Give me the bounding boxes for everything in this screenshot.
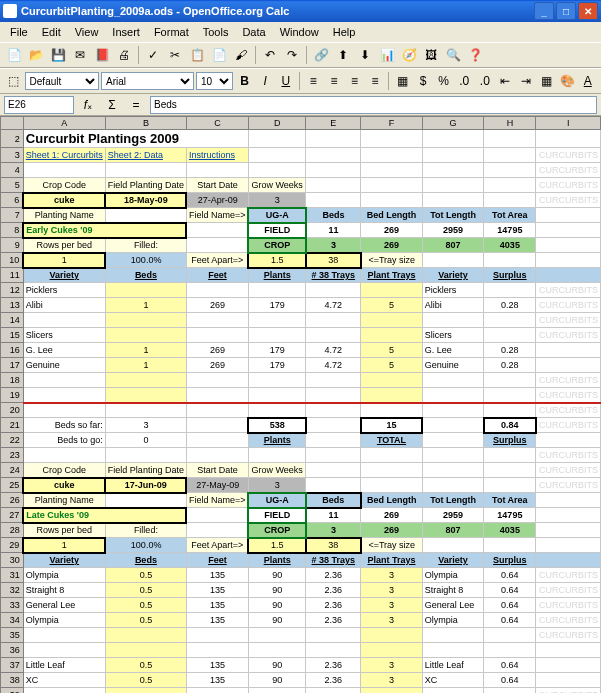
navigator-icon[interactable]: 🧭	[399, 45, 419, 65]
spreadsheet-grid[interactable]: ABCDEFGHI 2Curcurbit Plantings 2009 3She…	[0, 116, 601, 693]
row-head[interactable]: 4	[1, 163, 24, 178]
col-header[interactable]: I	[536, 117, 601, 130]
paste-icon[interactable]: 📄	[209, 45, 229, 65]
col-header[interactable]: E	[306, 117, 361, 130]
row-head[interactable]: 11	[1, 268, 24, 283]
currency-icon[interactable]: $	[414, 71, 433, 91]
row-head[interactable]: 23	[1, 448, 24, 463]
row-head[interactable]: 35	[1, 628, 24, 643]
redo-icon[interactable]: ↷	[282, 45, 302, 65]
copy-icon[interactable]: 📋	[187, 45, 207, 65]
decimal-add-icon[interactable]: .0	[455, 71, 474, 91]
row-head[interactable]: 29	[1, 538, 24, 553]
row-head[interactable]: 22	[1, 433, 24, 448]
row-head[interactable]: 21	[1, 418, 24, 433]
row-head[interactable]: 34	[1, 613, 24, 628]
row-head[interactable]: 13	[1, 298, 24, 313]
formula-input[interactable]	[150, 96, 597, 114]
col-header[interactable]: F	[361, 117, 423, 130]
sort-desc-icon[interactable]: ⬇	[355, 45, 375, 65]
chart-icon[interactable]: 📊	[377, 45, 397, 65]
row-head[interactable]: 9	[1, 238, 24, 253]
cell-reference[interactable]	[4, 96, 74, 114]
cut-icon[interactable]: ✂	[165, 45, 185, 65]
row-head[interactable]: 27	[1, 508, 24, 523]
menu-tools[interactable]: Tools	[197, 24, 235, 40]
hyperlink-icon[interactable]: 🔗	[311, 45, 331, 65]
equals-icon[interactable]: =	[126, 95, 146, 115]
row-head[interactable]: 28	[1, 523, 24, 538]
save-icon[interactable]: 💾	[48, 45, 68, 65]
align-center-icon[interactable]: ≡	[325, 71, 344, 91]
size-select[interactable]: 10	[196, 72, 233, 90]
link-instructions[interactable]: Instructions	[186, 148, 248, 163]
link-sheet1[interactable]: Sheet 1: Curcurbits	[23, 148, 105, 163]
row-head[interactable]: 5	[1, 178, 24, 193]
align-right-icon[interactable]: ≡	[345, 71, 364, 91]
col-header[interactable]: G	[422, 117, 483, 130]
fx-icon[interactable]: fₓ	[78, 95, 98, 115]
menu-edit[interactable]: Edit	[36, 24, 67, 40]
zoom-icon[interactable]: 🔍	[443, 45, 463, 65]
menu-help[interactable]: Help	[327, 24, 362, 40]
bgcolor-icon[interactable]: 🎨	[558, 71, 577, 91]
close-button[interactable]: ✕	[578, 2, 598, 20]
row-head[interactable]: 16	[1, 343, 24, 358]
help-icon[interactable]: ❓	[465, 45, 485, 65]
pdf-icon[interactable]: 📕	[92, 45, 112, 65]
border-icon[interactable]: ▦	[537, 71, 556, 91]
italic-icon[interactable]: I	[256, 71, 275, 91]
minimize-button[interactable]: _	[534, 2, 554, 20]
fontcolor-icon[interactable]: A	[578, 71, 597, 91]
menu-view[interactable]: View	[69, 24, 105, 40]
row-head[interactable]: 33	[1, 598, 24, 613]
underline-icon[interactable]: U	[277, 71, 296, 91]
bold-icon[interactable]: B	[235, 71, 254, 91]
row-head[interactable]: 24	[1, 463, 24, 478]
menu-data[interactable]: Data	[236, 24, 271, 40]
paintbrush-icon[interactable]: 🖌	[231, 45, 251, 65]
row-head[interactable]: 7	[1, 208, 24, 223]
row-head[interactable]: 12	[1, 283, 24, 298]
percent-icon[interactable]: %	[434, 71, 453, 91]
row-head[interactable]: 10	[1, 253, 24, 268]
menu-format[interactable]: Format	[148, 24, 195, 40]
gallery-icon[interactable]: 🖼	[421, 45, 441, 65]
row-head[interactable]: 32	[1, 583, 24, 598]
row-head[interactable]: 17	[1, 358, 24, 373]
undo-icon[interactable]: ↶	[260, 45, 280, 65]
styles-icon[interactable]: ⬚	[4, 71, 23, 91]
indent-dec-icon[interactable]: ⇤	[496, 71, 515, 91]
indent-inc-icon[interactable]: ⇥	[517, 71, 536, 91]
row-head[interactable]: 39	[1, 688, 24, 694]
row-head[interactable]: 19	[1, 388, 24, 403]
row-head[interactable]: 36	[1, 643, 24, 658]
row-head[interactable]: 18	[1, 373, 24, 388]
row-head[interactable]: 3	[1, 148, 24, 163]
row-head[interactable]: 26	[1, 493, 24, 508]
spellcheck-icon[interactable]: ✓	[143, 45, 163, 65]
col-header[interactable]: H	[484, 117, 536, 130]
row-head[interactable]: 25	[1, 478, 24, 493]
row-head[interactable]: 8	[1, 223, 24, 238]
maximize-button[interactable]: □	[556, 2, 576, 20]
row-head[interactable]: 20	[1, 403, 24, 418]
row-head[interactable]: 2	[1, 130, 24, 148]
print-icon[interactable]: 🖨	[114, 45, 134, 65]
cell-title[interactable]: Curcurbit Plantings 2009	[23, 130, 248, 148]
col-header[interactable]: D	[248, 117, 305, 130]
row-head[interactable]: 31	[1, 568, 24, 583]
row-head[interactable]: 6	[1, 193, 24, 208]
col-header[interactable]: A	[23, 117, 105, 130]
menu-window[interactable]: Window	[274, 24, 325, 40]
email-icon[interactable]: ✉	[70, 45, 90, 65]
align-left-icon[interactable]: ≡	[304, 71, 323, 91]
col-header[interactable]: B	[105, 117, 186, 130]
link-sheet2[interactable]: Sheet 2: Data	[105, 148, 186, 163]
menu-file[interactable]: File	[4, 24, 34, 40]
merge-icon[interactable]: ▦	[393, 71, 412, 91]
row-head[interactable]: 30	[1, 553, 24, 568]
col-header[interactable]: C	[186, 117, 248, 130]
row-head[interactable]: 37	[1, 658, 24, 673]
menu-insert[interactable]: Insert	[106, 24, 146, 40]
